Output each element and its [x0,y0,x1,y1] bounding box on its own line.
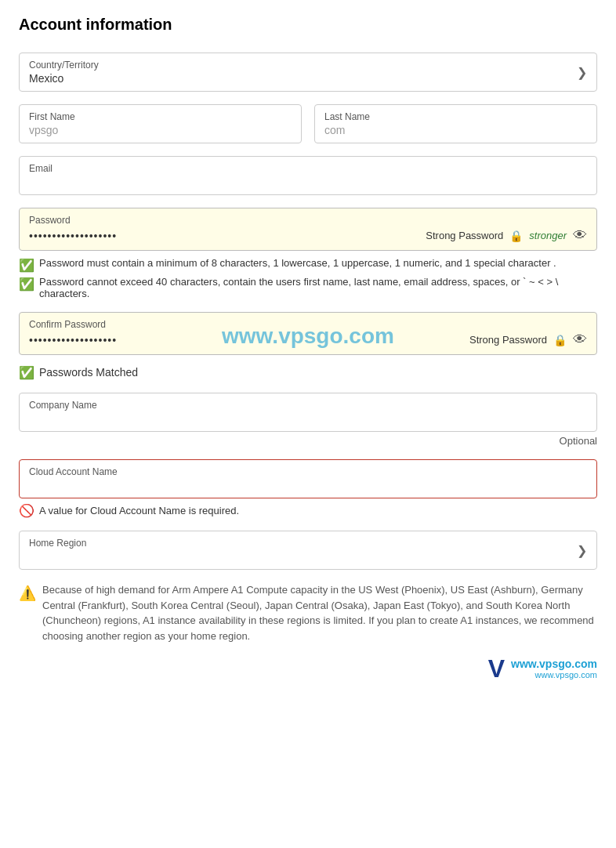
first-name-input[interactable] [29,124,292,136]
company-name-field: Company Name [19,393,597,432]
password-input[interactable] [29,230,419,242]
first-name-label: First Name [29,111,292,122]
matched-check-icon: ✅ [19,365,34,380]
email-input[interactable] [29,176,587,188]
page-title: Account information [19,16,597,34]
company-name-label: Company Name [29,400,587,411]
cloud-account-group: Cloud Account Name 🚫 A value for Cloud A… [19,459,597,518]
error-text: A value for Cloud Account Name is requir… [39,505,239,516]
last-name-field: Last Name [314,104,597,143]
home-region-label: Home Region [29,538,587,549]
country-select[interactable]: Mexico [29,72,587,85]
warning-icon: ⚠️ [19,583,36,604]
eye-icon[interactable]: 👁 [573,227,587,244]
password-validation: ✅ Password must contain a minimum of 8 c… [19,257,597,299]
password-row: Strong Password 🔒 stronger 👁 [29,227,587,244]
password-strength: Strong Password 🔒 stronger 👁 [426,227,587,244]
first-name-field: First Name [19,104,302,143]
validation-item-1: ✅ Password must contain a minimum of 8 c… [19,257,597,273]
check-icon-1: ✅ [19,258,34,273]
optional-label: Optional [19,435,597,447]
confirm-password-field: Confirm Password Strong Password 🔒 👁 [19,312,597,355]
company-name-input[interactable] [29,412,587,425]
confirm-password-label: Confirm Password [29,319,587,330]
last-name-label: Last Name [324,111,587,122]
warning-text: Because of high demand for Arm Ampere A1… [42,582,597,643]
email-field: Email [19,156,597,195]
cloud-account-label: Cloud Account Name [29,466,587,477]
watermark-label-1: www.vpsgo.com [511,658,597,670]
validation-text-2: Password cannot exceed 40 characters, co… [39,276,597,299]
matched-label: Passwords Matched [39,366,138,379]
confirm-password-strength: Strong Password 🔒 👁 [469,332,587,348]
confirm-strength-label: Strong Password [469,334,547,346]
cloud-account-error: 🚫 A value for Cloud Account Name is requ… [19,503,597,518]
home-region-field: Home Region ❯ [19,531,597,570]
password-label: Password [29,215,587,226]
email-label: Email [29,163,587,174]
cloud-account-input[interactable] [29,479,587,491]
confirm-lock-icon: 🔒 [553,334,567,346]
validation-item-2: ✅ Password cannot exceed 40 characters, … [19,276,597,299]
strength-label: Strong Password [426,230,503,241]
confirm-password-input[interactable] [29,334,463,346]
validation-text-1: Password must contain a minimum of 8 cha… [39,257,556,269]
watermark-label-2: www.vpsgo.com [511,670,597,679]
home-region-select[interactable] [29,550,587,563]
confirm-eye-icon[interactable]: 👁 [573,332,587,348]
warning-box: ⚠️ Because of high demand for Arm Ampere… [19,582,597,643]
password-group: Password Strong Password 🔒 stronger 👁 ✅ … [19,208,597,299]
brand-v-icon: V [488,656,505,681]
cloud-account-field: Cloud Account Name [19,459,597,498]
confirm-password-group: Confirm Password Strong Password 🔒 👁 www… [19,312,597,380]
last-name-input[interactable] [324,124,587,136]
company-name-group: Company Name Optional [19,393,597,447]
error-icon: 🚫 [19,503,34,518]
stronger-label: stronger [529,230,567,241]
check-icon-2: ✅ [19,277,34,292]
country-label: Country/Territory [29,60,587,71]
email-group: Email [19,156,597,195]
confirm-password-row: Strong Password 🔒 👁 [29,332,587,348]
passwords-matched: ✅ Passwords Matched [19,364,597,380]
country-field: Country/Territory Mexico ❯ [19,53,597,92]
password-field: Password Strong Password 🔒 stronger 👁 [19,208,597,251]
name-row: First Name Last Name [19,104,597,143]
lock-icon: 🔒 [509,230,523,242]
